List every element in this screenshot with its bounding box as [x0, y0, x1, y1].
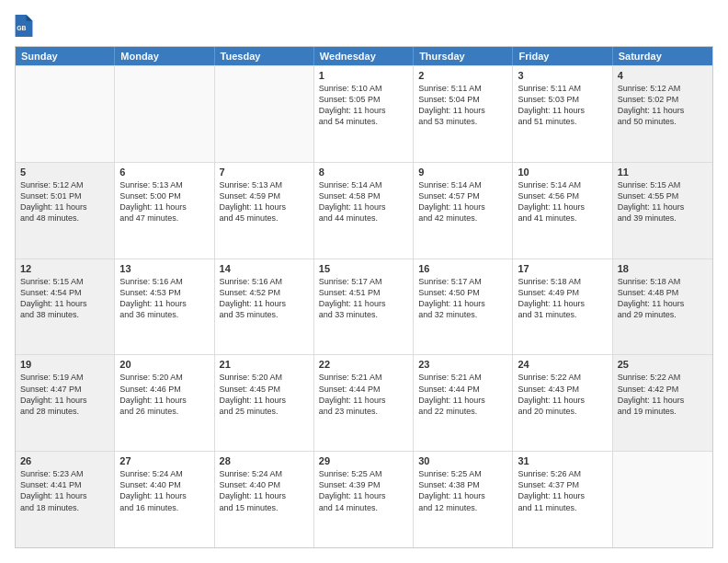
- cell-info: Sunrise: 5:17 AM Sunset: 4:50 PM Dayligh…: [418, 276, 507, 321]
- day-number: 9: [418, 167, 507, 178]
- day-number: 27: [119, 455, 209, 466]
- cell-info: Sunrise: 5:18 AM Sunset: 4:49 PM Dayligh…: [518, 276, 607, 321]
- cell-info: Sunrise: 5:10 AM Sunset: 5:05 PM Dayligh…: [319, 83, 408, 128]
- day-number: 15: [319, 263, 408, 274]
- calendar-header: SundayMondayTuesdayWednesdayThursdayFrid…: [16, 47, 712, 65]
- day-number: 13: [119, 263, 209, 274]
- cell-info: Sunrise: 5:15 AM Sunset: 4:54 PM Dayligh…: [20, 276, 109, 321]
- cell-info: Sunrise: 5:22 AM Sunset: 4:43 PM Dayligh…: [518, 372, 607, 417]
- header: GB: [15, 15, 713, 37]
- calendar-cell: 11Sunrise: 5:15 AM Sunset: 4:55 PM Dayli…: [613, 163, 712, 259]
- cell-info: Sunrise: 5:11 AM Sunset: 5:03 PM Dayligh…: [518, 83, 607, 128]
- cell-info: Sunrise: 5:16 AM Sunset: 4:52 PM Dayligh…: [220, 276, 309, 321]
- day-number: 18: [618, 263, 708, 274]
- cell-info: Sunrise: 5:15 AM Sunset: 4:55 PM Dayligh…: [618, 179, 708, 224]
- cell-info: Sunrise: 5:13 AM Sunset: 4:59 PM Dayligh…: [220, 179, 309, 224]
- cell-info: Sunrise: 5:26 AM Sunset: 4:37 PM Dayligh…: [518, 468, 607, 513]
- day-number: 19: [20, 359, 109, 370]
- calendar-cell: 31Sunrise: 5:26 AM Sunset: 4:37 PM Dayli…: [513, 452, 612, 547]
- cell-info: Sunrise: 5:19 AM Sunset: 4:47 PM Dayligh…: [20, 372, 109, 417]
- cell-info: Sunrise: 5:14 AM Sunset: 4:56 PM Dayligh…: [518, 179, 607, 224]
- calendar-cell: 24Sunrise: 5:22 AM Sunset: 4:43 PM Dayli…: [513, 355, 612, 451]
- cell-info: Sunrise: 5:21 AM Sunset: 4:44 PM Dayligh…: [418, 372, 507, 417]
- cell-info: Sunrise: 5:20 AM Sunset: 4:46 PM Dayligh…: [119, 372, 209, 417]
- page: GB SundayMondayTuesdayWednesdayThursdayF…: [0, 0, 728, 563]
- cell-info: Sunrise: 5:20 AM Sunset: 4:45 PM Dayligh…: [220, 372, 309, 417]
- day-number: 17: [518, 263, 607, 274]
- day-number: 29: [319, 455, 408, 466]
- calendar-cell: 9Sunrise: 5:14 AM Sunset: 4:57 PM Daylig…: [414, 163, 513, 259]
- calendar-cell: 18Sunrise: 5:18 AM Sunset: 4:48 PM Dayli…: [613, 259, 712, 355]
- cell-info: Sunrise: 5:12 AM Sunset: 5:02 PM Dayligh…: [618, 83, 708, 128]
- calendar-cell: 27Sunrise: 5:24 AM Sunset: 4:40 PM Dayli…: [115, 452, 214, 547]
- day-number: 23: [418, 359, 507, 370]
- calendar-cell: 30Sunrise: 5:25 AM Sunset: 4:38 PM Dayli…: [414, 452, 513, 547]
- day-number: 6: [119, 167, 209, 178]
- cell-info: Sunrise: 5:24 AM Sunset: 4:40 PM Dayligh…: [119, 468, 209, 513]
- day-number: 7: [220, 167, 309, 178]
- calendar-cell: 12Sunrise: 5:15 AM Sunset: 4:54 PM Dayli…: [16, 259, 115, 355]
- calendar-cell: 7Sunrise: 5:13 AM Sunset: 4:59 PM Daylig…: [215, 163, 314, 259]
- day-number: 25: [618, 359, 708, 370]
- calendar-cell: 3Sunrise: 5:11 AM Sunset: 5:03 PM Daylig…: [513, 66, 612, 162]
- calendar-cell: 6Sunrise: 5:13 AM Sunset: 5:00 PM Daylig…: [115, 163, 214, 259]
- cell-info: Sunrise: 5:21 AM Sunset: 4:44 PM Dayligh…: [319, 372, 408, 417]
- svg-text:GB: GB: [17, 25, 26, 31]
- calendar-cell: [16, 66, 115, 162]
- cell-info: Sunrise: 5:14 AM Sunset: 4:58 PM Dayligh…: [319, 179, 408, 224]
- day-number: 22: [319, 359, 408, 370]
- calendar-header-cell: Thursday: [414, 47, 513, 65]
- calendar-header-cell: Tuesday: [215, 47, 314, 65]
- day-number: 28: [220, 455, 309, 466]
- day-number: 24: [518, 359, 607, 370]
- calendar-cell: 2Sunrise: 5:11 AM Sunset: 5:04 PM Daylig…: [414, 66, 513, 162]
- calendar: SundayMondayTuesdayWednesdayThursdayFrid…: [15, 46, 713, 548]
- day-number: 1: [319, 70, 408, 81]
- calendar-cell: 19Sunrise: 5:19 AM Sunset: 4:47 PM Dayli…: [16, 355, 115, 451]
- day-number: 31: [518, 455, 607, 466]
- calendar-cell: [115, 66, 214, 162]
- calendar-body: 1Sunrise: 5:10 AM Sunset: 5:05 PM Daylig…: [16, 65, 712, 547]
- day-number: 12: [20, 263, 109, 274]
- calendar-cell: 15Sunrise: 5:17 AM Sunset: 4:51 PM Dayli…: [314, 259, 414, 355]
- day-number: 30: [418, 455, 507, 466]
- calendar-header-cell: Friday: [513, 47, 612, 65]
- calendar-cell: 13Sunrise: 5:16 AM Sunset: 4:53 PM Dayli…: [115, 259, 214, 355]
- logo: GB: [15, 15, 37, 37]
- day-number: 10: [518, 167, 607, 178]
- calendar-cell: 14Sunrise: 5:16 AM Sunset: 4:52 PM Dayli…: [215, 259, 314, 355]
- calendar-cell: 5Sunrise: 5:12 AM Sunset: 5:01 PM Daylig…: [16, 163, 115, 259]
- calendar-cell: 28Sunrise: 5:24 AM Sunset: 4:40 PM Dayli…: [215, 452, 314, 547]
- calendar-cell: 23Sunrise: 5:21 AM Sunset: 4:44 PM Dayli…: [414, 355, 513, 451]
- day-number: 14: [220, 263, 309, 274]
- calendar-cell: 21Sunrise: 5:20 AM Sunset: 4:45 PM Dayli…: [215, 355, 314, 451]
- cell-info: Sunrise: 5:24 AM Sunset: 4:40 PM Dayligh…: [220, 468, 309, 513]
- day-number: 8: [319, 167, 408, 178]
- day-number: 21: [220, 359, 309, 370]
- calendar-week: 19Sunrise: 5:19 AM Sunset: 4:47 PM Dayli…: [16, 354, 712, 451]
- logo-icon: GB: [15, 15, 33, 37]
- cell-info: Sunrise: 5:12 AM Sunset: 5:01 PM Dayligh…: [20, 179, 109, 224]
- cell-info: Sunrise: 5:25 AM Sunset: 4:39 PM Dayligh…: [319, 468, 408, 513]
- calendar-cell: 20Sunrise: 5:20 AM Sunset: 4:46 PM Dayli…: [115, 355, 214, 451]
- calendar-cell: 4Sunrise: 5:12 AM Sunset: 5:02 PM Daylig…: [613, 66, 712, 162]
- cell-info: Sunrise: 5:18 AM Sunset: 4:48 PM Dayligh…: [618, 276, 708, 321]
- calendar-week: 12Sunrise: 5:15 AM Sunset: 4:54 PM Dayli…: [16, 259, 712, 355]
- day-number: 4: [618, 70, 708, 81]
- calendar-cell: 8Sunrise: 5:14 AM Sunset: 4:58 PM Daylig…: [314, 163, 414, 259]
- svg-marker-1: [27, 15, 33, 21]
- calendar-cell: 16Sunrise: 5:17 AM Sunset: 4:50 PM Dayli…: [414, 259, 513, 355]
- day-number: 3: [518, 70, 607, 81]
- cell-info: Sunrise: 5:14 AM Sunset: 4:57 PM Dayligh…: [418, 179, 507, 224]
- cell-info: Sunrise: 5:11 AM Sunset: 5:04 PM Dayligh…: [418, 83, 507, 128]
- day-number: 2: [418, 70, 507, 81]
- calendar-cell: 17Sunrise: 5:18 AM Sunset: 4:49 PM Dayli…: [513, 259, 612, 355]
- calendar-cell: 26Sunrise: 5:23 AM Sunset: 4:41 PM Dayli…: [16, 452, 115, 547]
- calendar-cell: 29Sunrise: 5:25 AM Sunset: 4:39 PM Dayli…: [314, 452, 414, 547]
- cell-info: Sunrise: 5:13 AM Sunset: 5:00 PM Dayligh…: [119, 179, 209, 224]
- calendar-cell: [215, 66, 314, 162]
- cell-info: Sunrise: 5:16 AM Sunset: 4:53 PM Dayligh…: [119, 276, 209, 321]
- cell-info: Sunrise: 5:25 AM Sunset: 4:38 PM Dayligh…: [418, 468, 507, 513]
- calendar-week: 1Sunrise: 5:10 AM Sunset: 5:05 PM Daylig…: [16, 65, 712, 162]
- day-number: 20: [119, 359, 209, 370]
